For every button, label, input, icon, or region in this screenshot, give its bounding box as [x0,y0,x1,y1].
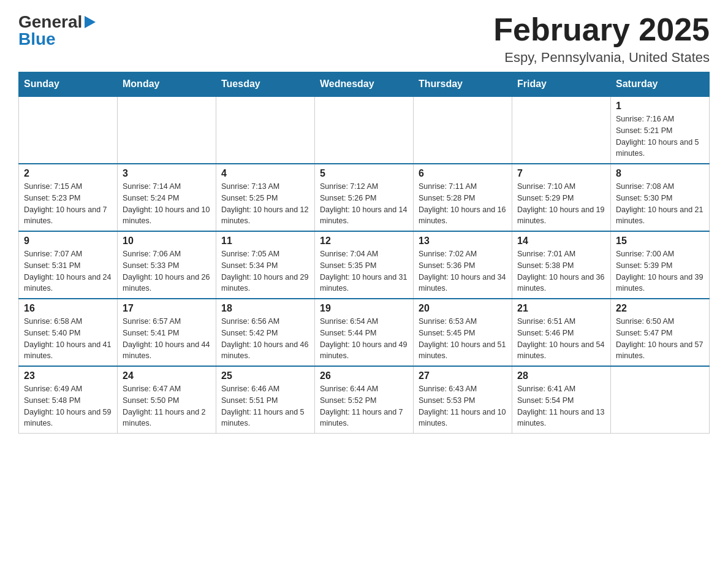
weekday-header-monday: Monday [118,72,216,97]
day-info: Sunrise: 7:10 AM Sunset: 5:29 PM Dayligh… [517,181,605,227]
day-number: 8 [616,168,704,179]
day-info: Sunrise: 6:50 AM Sunset: 5:47 PM Dayligh… [616,316,704,362]
calendar-cell: 18Sunrise: 6:56 AM Sunset: 5:42 PM Dayli… [216,299,315,366]
calendar-cell: 21Sunrise: 6:51 AM Sunset: 5:46 PM Dayli… [512,299,611,366]
day-info: Sunrise: 7:00 AM Sunset: 5:39 PM Dayligh… [616,248,704,294]
location-subtitle: Espy, Pennsylvania, United States [493,50,710,66]
calendar-cell: 12Sunrise: 7:04 AM Sunset: 5:35 PM Dayli… [315,231,414,299]
day-number: 1 [616,101,704,112]
calendar-week-row: 1Sunrise: 7:16 AM Sunset: 5:21 PM Daylig… [19,96,710,164]
calendar-cell: 25Sunrise: 6:46 AM Sunset: 5:51 PM Dayli… [216,366,315,434]
calendar-cell: 11Sunrise: 7:05 AM Sunset: 5:34 PM Dayli… [216,231,315,299]
day-info: Sunrise: 6:44 AM Sunset: 5:52 PM Dayligh… [320,383,408,429]
day-number: 4 [221,168,309,179]
day-number: 20 [419,303,507,314]
weekday-header-tuesday: Tuesday [216,72,315,97]
day-number: 10 [123,236,211,247]
day-info: Sunrise: 6:58 AM Sunset: 5:40 PM Dayligh… [24,316,112,362]
day-info: Sunrise: 7:11 AM Sunset: 5:28 PM Dayligh… [419,181,507,227]
weekday-header-friday: Friday [512,72,611,97]
weekday-header-wednesday: Wednesday [315,72,414,97]
day-number: 7 [517,168,605,179]
day-info: Sunrise: 7:14 AM Sunset: 5:24 PM Dayligh… [123,181,211,227]
calendar-cell: 27Sunrise: 6:43 AM Sunset: 5:53 PM Dayli… [414,366,512,434]
weekday-header-thursday: Thursday [414,72,512,97]
day-info: Sunrise: 6:57 AM Sunset: 5:41 PM Dayligh… [123,316,211,362]
svg-marker-0 [85,16,96,28]
calendar-cell: 26Sunrise: 6:44 AM Sunset: 5:52 PM Dayli… [315,366,414,434]
day-number: 22 [616,303,704,314]
calendar-cell: 19Sunrise: 6:54 AM Sunset: 5:44 PM Dayli… [315,299,414,366]
calendar-cell: 7Sunrise: 7:10 AM Sunset: 5:29 PM Daylig… [512,164,611,231]
calendar-cell: 15Sunrise: 7:00 AM Sunset: 5:39 PM Dayli… [611,231,710,299]
calendar-cell [216,96,315,164]
weekday-header-sunday: Sunday [19,72,118,97]
logo-arrow-icon [85,16,96,28]
calendar-cell: 22Sunrise: 6:50 AM Sunset: 5:47 PM Dayli… [611,299,710,366]
day-number: 19 [320,303,408,314]
calendar-cell [512,96,611,164]
day-info: Sunrise: 6:43 AM Sunset: 5:53 PM Dayligh… [419,383,507,429]
day-info: Sunrise: 7:05 AM Sunset: 5:34 PM Dayligh… [221,248,309,294]
calendar-cell: 24Sunrise: 6:47 AM Sunset: 5:50 PM Dayli… [118,366,216,434]
day-number: 24 [123,370,211,381]
day-number: 3 [123,168,211,179]
calendar-header-row: SundayMondayTuesdayWednesdayThursdayFrid… [19,72,710,97]
calendar-cell: 3Sunrise: 7:14 AM Sunset: 5:24 PM Daylig… [118,164,216,231]
day-info: Sunrise: 7:08 AM Sunset: 5:30 PM Dayligh… [616,181,704,227]
weekday-header-saturday: Saturday [611,72,710,97]
day-number: 13 [419,236,507,247]
calendar-cell: 10Sunrise: 7:06 AM Sunset: 5:33 PM Dayli… [118,231,216,299]
calendar-cell: 5Sunrise: 7:12 AM Sunset: 5:26 PM Daylig… [315,164,414,231]
day-info: Sunrise: 6:47 AM Sunset: 5:50 PM Dayligh… [123,383,211,429]
day-number: 25 [221,370,309,381]
day-info: Sunrise: 6:46 AM Sunset: 5:51 PM Dayligh… [221,383,309,429]
day-number: 6 [419,168,507,179]
day-info: Sunrise: 6:53 AM Sunset: 5:45 PM Dayligh… [419,316,507,362]
day-number: 28 [517,370,605,381]
day-info: Sunrise: 7:07 AM Sunset: 5:31 PM Dayligh… [24,248,112,294]
calendar-cell [315,96,414,164]
day-info: Sunrise: 6:51 AM Sunset: 5:46 PM Dayligh… [517,316,605,362]
calendar-cell [414,96,512,164]
day-number: 5 [320,168,408,179]
day-info: Sunrise: 7:04 AM Sunset: 5:35 PM Dayligh… [320,248,408,294]
day-info: Sunrise: 6:54 AM Sunset: 5:44 PM Dayligh… [320,316,408,362]
logo-blue-text: Blue [18,29,96,49]
calendar-cell: 2Sunrise: 7:15 AM Sunset: 5:23 PM Daylig… [19,164,118,231]
day-number: 23 [24,370,112,381]
day-number: 17 [123,303,211,314]
calendar-cell: 13Sunrise: 7:02 AM Sunset: 5:36 PM Dayli… [414,231,512,299]
calendar-cell [611,366,710,434]
calendar-cell: 28Sunrise: 6:41 AM Sunset: 5:54 PM Dayli… [512,366,611,434]
calendar-cell: 1Sunrise: 7:16 AM Sunset: 5:21 PM Daylig… [611,96,710,164]
day-number: 12 [320,236,408,247]
month-year-title: February 2025 [493,12,710,47]
calendar-cell: 17Sunrise: 6:57 AM Sunset: 5:41 PM Dayli… [118,299,216,366]
day-number: 18 [221,303,309,314]
calendar-cell: 4Sunrise: 7:13 AM Sunset: 5:25 PM Daylig… [216,164,315,231]
calendar-week-row: 16Sunrise: 6:58 AM Sunset: 5:40 PM Dayli… [19,299,710,366]
day-number: 2 [24,168,112,179]
day-number: 11 [221,236,309,247]
day-info: Sunrise: 7:15 AM Sunset: 5:23 PM Dayligh… [24,181,112,227]
calendar-cell: 8Sunrise: 7:08 AM Sunset: 5:30 PM Daylig… [611,164,710,231]
calendar-cell: 16Sunrise: 6:58 AM Sunset: 5:40 PM Dayli… [19,299,118,366]
day-info: Sunrise: 6:56 AM Sunset: 5:42 PM Dayligh… [221,316,309,362]
page-header: General Blue February 2025 Espy, Pennsyl… [18,12,710,66]
day-info: Sunrise: 6:49 AM Sunset: 5:48 PM Dayligh… [24,383,112,429]
calendar-table: SundayMondayTuesdayWednesdayThursdayFrid… [18,72,710,434]
day-info: Sunrise: 7:16 AM Sunset: 5:21 PM Dayligh… [616,113,704,159]
calendar-cell: 23Sunrise: 6:49 AM Sunset: 5:48 PM Dayli… [19,366,118,434]
calendar-week-row: 9Sunrise: 7:07 AM Sunset: 5:31 PM Daylig… [19,231,710,299]
calendar-cell [118,96,216,164]
calendar-week-row: 2Sunrise: 7:15 AM Sunset: 5:23 PM Daylig… [19,164,710,231]
calendar-cell: 9Sunrise: 7:07 AM Sunset: 5:31 PM Daylig… [19,231,118,299]
day-number: 15 [616,236,704,247]
day-info: Sunrise: 7:13 AM Sunset: 5:25 PM Dayligh… [221,181,309,227]
calendar-week-row: 23Sunrise: 6:49 AM Sunset: 5:48 PM Dayli… [19,366,710,434]
day-info: Sunrise: 6:41 AM Sunset: 5:54 PM Dayligh… [517,383,605,429]
day-number: 21 [517,303,605,314]
day-info: Sunrise: 7:12 AM Sunset: 5:26 PM Dayligh… [320,181,408,227]
calendar-cell: 14Sunrise: 7:01 AM Sunset: 5:38 PM Dayli… [512,231,611,299]
